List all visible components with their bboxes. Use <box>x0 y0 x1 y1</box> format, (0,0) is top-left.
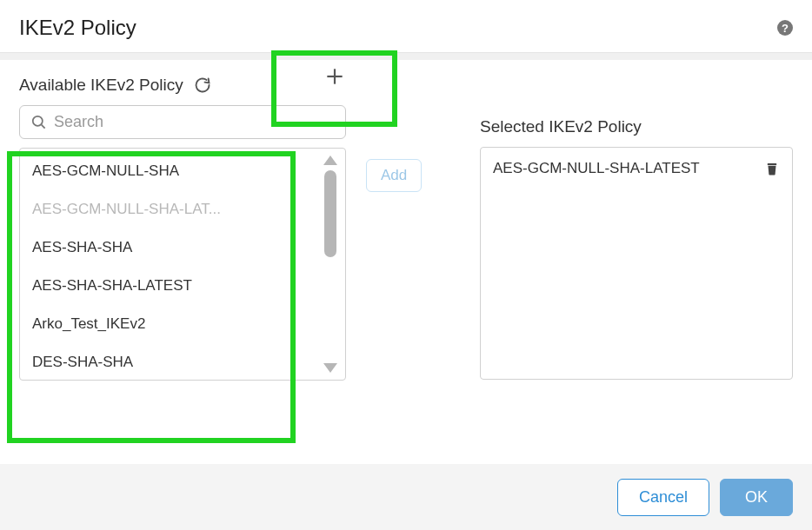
svg-line-1 <box>42 125 45 129</box>
available-column: Available IKEv2 Policy AES-GCM-NULL-SHA … <box>19 76 346 381</box>
add-policy-button[interactable] <box>271 56 397 97</box>
list-item[interactable]: AES-GCM-NULL-SHA-LAT... <box>20 190 316 229</box>
refresh-icon[interactable] <box>194 76 211 94</box>
selected-item-label: AES-GCM-NULL-SHA-LATEST <box>493 160 700 177</box>
ok-button[interactable]: OK <box>720 479 793 516</box>
add-button-wrap: Add <box>366 159 422 192</box>
available-list: AES-GCM-NULL-SHA AES-GCM-NULL-SHA-LAT...… <box>19 148 346 381</box>
scroll-thumb[interactable] <box>324 170 336 257</box>
selected-list: AES-GCM-NULL-SHA-LATEST <box>480 147 793 380</box>
scroll-track[interactable] <box>323 170 337 358</box>
list-item[interactable]: DES-SHA-SHA <box>20 343 316 380</box>
svg-point-0 <box>33 116 43 126</box>
selected-column: Selected IKEv2 Policy AES-GCM-NULL-SHA-L… <box>480 76 793 380</box>
selected-item[interactable]: AES-GCM-NULL-SHA-LATEST <box>481 153 792 184</box>
list-item[interactable]: Arko_Test_IKEv2 <box>20 305 316 343</box>
svg-rect-2 <box>768 163 777 165</box>
add-button[interactable]: Add <box>366 159 422 192</box>
page-title: IKEv2 Policy <box>19 16 136 40</box>
list-item[interactable]: AES-SHA-SHA <box>20 229 316 267</box>
cancel-button[interactable]: Cancel <box>617 479 709 516</box>
dialog-footer: Cancel OK <box>0 464 812 530</box>
dialog-header: IKEv2 Policy ? <box>0 0 812 53</box>
help-icon[interactable]: ? <box>777 20 793 36</box>
scrollbar[interactable] <box>316 149 345 380</box>
list-item[interactable]: AES-GCM-NULL-SHA <box>20 152 316 190</box>
list-item[interactable]: AES-SHA-SHA-LATEST <box>20 267 316 305</box>
header-divider <box>0 53 812 60</box>
scroll-down-icon[interactable] <box>323 363 337 373</box>
trash-icon[interactable] <box>764 160 780 177</box>
selected-label: Selected IKEv2 Policy <box>480 117 793 136</box>
search-icon <box>30 114 47 130</box>
available-list-inner: AES-GCM-NULL-SHA AES-GCM-NULL-SHA-LAT...… <box>20 149 316 380</box>
search-field-wrapper[interactable] <box>19 105 346 139</box>
available-label: Available IKEv2 Policy <box>19 76 183 95</box>
main-content: Available IKEv2 Policy AES-GCM-NULL-SHA … <box>0 60 812 381</box>
scroll-up-icon[interactable] <box>323 156 337 165</box>
search-input[interactable] <box>54 113 335 131</box>
